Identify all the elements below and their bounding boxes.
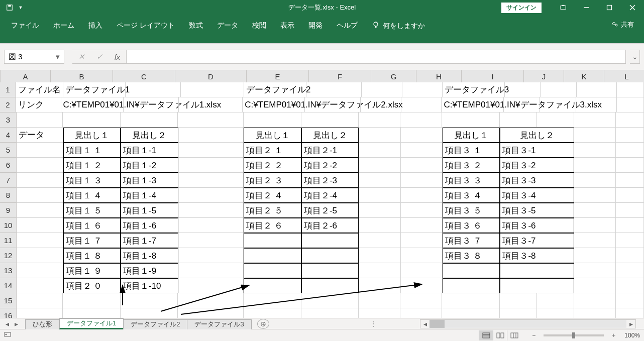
cell-G11[interactable] (359, 233, 400, 248)
cell-B14[interactable]: 項目２ ０ (63, 278, 121, 293)
cell-E7[interactable]: 項目２ ３ (244, 173, 301, 188)
cell-L13[interactable] (574, 263, 616, 278)
cell-A1[interactable]: ファイル名 (16, 82, 63, 97)
row-header-12[interactable]: 12 (0, 248, 17, 263)
cell-H16[interactable] (400, 308, 442, 318)
sheet-tab-2[interactable]: データファイル2 (123, 319, 187, 329)
cell-C6[interactable]: 項目１-2 (121, 158, 178, 173)
tell-me[interactable]: 何をしますか (365, 18, 432, 34)
cell-D3[interactable] (178, 112, 244, 128)
cell-M7[interactable] (616, 173, 644, 188)
cell-C13[interactable]: 項目１-9 (121, 263, 178, 278)
cell-G13[interactable] (359, 263, 400, 278)
col-header-H[interactable]: H (416, 70, 462, 82)
cell-C14[interactable]: 項目１-10 (121, 278, 178, 293)
cell-F15[interactable] (301, 293, 359, 308)
cell-J16[interactable] (500, 308, 537, 318)
cell-M1[interactable] (617, 82, 644, 97)
cell-I3[interactable] (442, 112, 499, 128)
cell-C15[interactable] (121, 293, 178, 308)
ribbon-tab-7[interactable]: 表示 (273, 18, 301, 33)
cell-M10[interactable] (616, 218, 644, 233)
cell-C10[interactable]: 項目１-6 (121, 218, 178, 233)
cell-C16[interactable] (121, 308, 178, 318)
cell-G5[interactable] (359, 143, 400, 158)
cell-J6[interactable]: 項目３-2 (500, 158, 574, 173)
row-header-1[interactable]: 1 (0, 82, 16, 97)
cell-C9[interactable]: 項目１-5 (121, 203, 178, 218)
cell-I2[interactable]: C:¥TEMP01¥01.IN¥データファイル3.xlsx (442, 97, 504, 112)
cell-G15[interactable] (359, 293, 400, 308)
cell-A8[interactable] (17, 188, 63, 203)
cell-L12[interactable] (574, 248, 616, 263)
cell-L3[interactable] (574, 112, 616, 128)
cell-H7[interactable] (401, 173, 443, 188)
col-header-C[interactable]: C (113, 70, 175, 82)
cell-E9[interactable]: 項目２ ５ (244, 203, 301, 218)
cell-K16[interactable] (537, 308, 574, 318)
cell-E5[interactable]: 項目２ １ (244, 143, 301, 158)
cell-C8[interactable]: 項目１-4 (121, 188, 178, 203)
cell-L9[interactable] (574, 203, 616, 218)
cell-G8[interactable] (359, 188, 400, 203)
ribbon-tab-1[interactable]: ホーム (46, 18, 81, 33)
cell-L14[interactable] (574, 278, 616, 293)
sheet-tab-3[interactable]: データファイル3 (187, 319, 251, 329)
cell-A9[interactable] (17, 203, 63, 218)
cell-L10[interactable] (574, 218, 616, 233)
cell-E6[interactable]: 項目２ ２ (244, 158, 301, 173)
cell-J7[interactable]: 項目３-3 (500, 173, 574, 188)
ribbon-tab-9[interactable]: ヘルプ (330, 18, 365, 33)
cell-M14[interactable] (616, 278, 644, 293)
cell-I16[interactable] (442, 308, 499, 318)
cell-E16[interactable] (244, 308, 301, 318)
cell-H11[interactable] (401, 233, 443, 248)
col-header-K[interactable]: K (564, 70, 604, 82)
cell-I1[interactable]: データファイル3 (443, 82, 505, 97)
cell-I9[interactable]: 項目３ ５ (443, 203, 500, 218)
cell-H12[interactable] (401, 248, 443, 263)
cell-J1[interactable] (505, 82, 541, 97)
cell-F7[interactable]: 項目２-3 (301, 173, 359, 188)
cell-E12[interactable] (244, 248, 301, 263)
cell-H6[interactable] (401, 158, 443, 173)
autosave-icon[interactable] (6, 4, 13, 11)
scrollbar-thumb[interactable] (430, 320, 445, 328)
cell-F16[interactable] (301, 308, 359, 318)
view-normal-button[interactable] (479, 330, 493, 340)
name-box-dropdown-icon[interactable]: ▾ (56, 52, 60, 61)
cell-D15[interactable] (178, 293, 244, 308)
cell-B5[interactable]: 項目１ １ (63, 143, 121, 158)
col-header-J[interactable]: J (524, 70, 564, 82)
cell-D12[interactable] (178, 248, 244, 263)
cell-F13[interactable] (301, 263, 359, 278)
cell-C12[interactable]: 項目１-8 (121, 248, 178, 263)
cell-E4[interactable]: 見出し１ (244, 128, 301, 143)
cell-I14[interactable] (443, 278, 500, 293)
cell-I8[interactable]: 項目３ ４ (443, 188, 500, 203)
cell-L16[interactable] (574, 308, 616, 318)
row-header-5[interactable]: 5 (0, 143, 17, 158)
cell-C5[interactable]: 項目１-1 (121, 143, 178, 158)
cell-G16[interactable] (359, 308, 400, 318)
cell-A13[interactable] (17, 263, 63, 278)
cell-H13[interactable] (401, 263, 443, 278)
cell-L8[interactable] (574, 188, 616, 203)
fx-button[interactable]: fx (109, 50, 127, 64)
cell-J12[interactable]: 項目３-8 (500, 248, 574, 263)
cell-F6[interactable]: 項目２-2 (301, 158, 359, 173)
cell-A14[interactable] (17, 278, 63, 293)
cell-E1[interactable]: データファイル2 (244, 82, 306, 97)
row-header-14[interactable]: 14 (0, 278, 17, 293)
cell-L11[interactable] (574, 233, 616, 248)
cell-F3[interactable] (301, 112, 359, 128)
cell-C1[interactable] (126, 82, 181, 97)
cell-L6[interactable] (574, 158, 616, 173)
cell-F8[interactable]: 項目２-4 (301, 188, 359, 203)
row-header-10[interactable]: 10 (0, 218, 17, 233)
tab-nav-prev-icon[interactable]: ◂ (3, 320, 11, 328)
cell-G3[interactable] (359, 112, 400, 128)
cell-I7[interactable]: 項目３ ３ (443, 173, 500, 188)
cell-E8[interactable]: 項目２ ４ (244, 188, 301, 203)
cell-I11[interactable]: 項目３ ７ (443, 233, 500, 248)
